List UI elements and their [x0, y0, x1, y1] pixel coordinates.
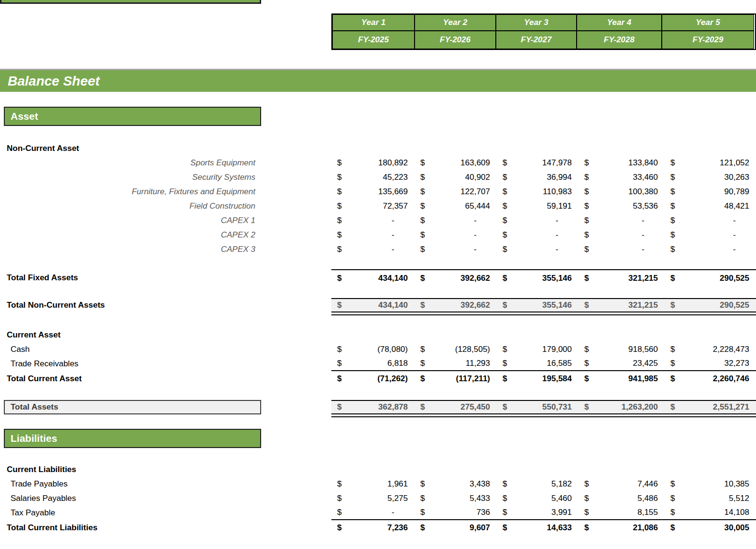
value-cell[interactable]: $5,433: [415, 491, 497, 506]
value-cell[interactable]: $-: [497, 242, 579, 257]
value-cell[interactable]: $100,380: [579, 185, 665, 199]
value-cell[interactable]: $1,263,200: [579, 400, 665, 414]
value-cell[interactable]: $23,425: [579, 357, 665, 371]
row-label-cell[interactable]: Trade Payables: [0, 477, 331, 491]
value-cell[interactable]: [415, 462, 497, 477]
value-cell[interactable]: $135,669: [331, 185, 415, 199]
value-cell[interactable]: $-: [331, 213, 415, 228]
value-cell[interactable]: [497, 328, 579, 342]
value-cell[interactable]: [579, 462, 665, 477]
fiscal-year-header-cell[interactable]: FY-2028: [577, 31, 662, 49]
fiscal-year-header-cell[interactable]: FY-2026: [415, 31, 496, 49]
value-cell[interactable]: $121,052: [665, 156, 756, 170]
fiscal-year-header-cell[interactable]: FY-2025: [332, 31, 415, 49]
value-cell[interactable]: $180,892: [331, 156, 415, 170]
value-cell[interactable]: $-: [579, 213, 665, 228]
value-cell[interactable]: $133,840: [579, 156, 665, 170]
value-cell[interactable]: $1,961: [331, 477, 415, 491]
value-cell[interactable]: [331, 328, 415, 342]
value-cell[interactable]: [331, 462, 415, 477]
year-header-cell[interactable]: Year 3: [496, 14, 577, 31]
value-cell[interactable]: $-: [665, 228, 756, 242]
value-cell[interactable]: $122,707: [415, 185, 497, 199]
value-cell[interactable]: $14,633: [497, 520, 579, 536]
value-cell[interactable]: $918,560: [579, 342, 665, 357]
row-label-cell[interactable]: Security Systems: [0, 170, 331, 185]
value-cell[interactable]: $5,182: [497, 477, 579, 491]
fiscal-year-header-cell[interactable]: FY-2027: [496, 31, 577, 49]
year-header-cell[interactable]: Year 1: [332, 14, 415, 31]
value-cell[interactable]: $(128,505): [415, 342, 497, 357]
value-cell[interactable]: [579, 429, 665, 448]
value-cell[interactable]: $90,789: [665, 185, 756, 199]
value-cell[interactable]: $14,108: [665, 506, 756, 520]
value-cell[interactable]: $3,438: [415, 477, 497, 491]
row-label-cell[interactable]: Trade Receivables: [0, 357, 331, 371]
value-cell[interactable]: $550,731: [497, 400, 579, 414]
row-label-cell[interactable]: Sports Equipment: [0, 156, 331, 170]
value-cell[interactable]: $9,607: [415, 520, 497, 536]
row-label-cell[interactable]: Total Non-Current Assets: [0, 298, 331, 312]
year-header-cell[interactable]: Year 2: [415, 14, 496, 31]
value-cell[interactable]: $5,275: [331, 491, 415, 506]
value-cell[interactable]: $65,444: [415, 199, 497, 213]
row-label-cell[interactable]: Tax Payable: [0, 506, 331, 520]
year-header-cell[interactable]: Year 5: [662, 14, 754, 31]
row-label-cell[interactable]: CAPEX 3: [0, 242, 331, 257]
value-cell[interactable]: $7,236: [331, 520, 415, 536]
row-label-cell[interactable]: Total Current Asset: [0, 371, 331, 387]
value-cell[interactable]: $362,878: [331, 400, 415, 414]
value-cell[interactable]: $-: [665, 242, 756, 257]
value-cell[interactable]: $2,228,473: [665, 342, 756, 357]
value-cell[interactable]: $(78,080): [331, 342, 415, 357]
value-cell[interactable]: [331, 141, 415, 156]
value-cell[interactable]: $2,551,271: [665, 400, 756, 414]
value-cell[interactable]: $32,273: [665, 357, 756, 371]
value-cell[interactable]: $110,983: [497, 185, 579, 199]
value-cell[interactable]: $5,486: [579, 491, 665, 506]
value-cell[interactable]: [497, 141, 579, 156]
value-cell[interactable]: $8,155: [579, 506, 665, 520]
value-cell[interactable]: $434,140: [331, 298, 415, 312]
value-cell[interactable]: $195,584: [497, 371, 579, 387]
year-header-cell[interactable]: Year 4: [577, 14, 662, 31]
value-cell[interactable]: $179,000: [497, 342, 579, 357]
value-cell[interactable]: $45,223: [331, 170, 415, 185]
value-cell[interactable]: $(71,262): [331, 371, 415, 387]
value-cell[interactable]: $7,446: [579, 477, 665, 491]
value-cell[interactable]: $-: [665, 213, 756, 228]
value-cell[interactable]: $-: [497, 228, 579, 242]
value-cell[interactable]: [665, 141, 756, 156]
row-label-cell[interactable]: Total Fixed Assets: [0, 269, 331, 287]
value-cell[interactable]: $275,450: [415, 400, 497, 414]
value-cell[interactable]: $11,293: [415, 357, 497, 371]
value-cell[interactable]: $941,985: [579, 371, 665, 387]
value-cell[interactable]: $392,662: [415, 298, 497, 312]
value-cell[interactable]: $-: [415, 228, 497, 242]
value-cell[interactable]: $-: [331, 506, 415, 520]
value-cell[interactable]: [497, 462, 579, 477]
row-label-cell[interactable]: CAPEX 2: [0, 228, 331, 242]
row-label-cell[interactable]: Cash: [0, 342, 331, 357]
value-cell[interactable]: $-: [415, 213, 497, 228]
row-label-cell[interactable]: Total Assets: [4, 400, 261, 414]
value-cell[interactable]: $355,146: [497, 269, 579, 287]
value-cell[interactable]: $40,902: [415, 170, 497, 185]
value-cell[interactable]: [579, 141, 665, 156]
asset-section-header[interactable]: Asset: [4, 107, 261, 126]
value-cell[interactable]: $53,536: [579, 199, 665, 213]
value-cell[interactable]: [415, 328, 497, 342]
value-cell[interactable]: $21,086: [579, 520, 665, 536]
value-cell[interactable]: $5,512: [665, 491, 756, 506]
row-label-cell[interactable]: CAPEX 1: [0, 213, 331, 228]
value-cell[interactable]: $434,140: [331, 269, 415, 287]
value-cell[interactable]: $290,525: [665, 298, 756, 312]
row-label-cell[interactable]: Non-Current Asset: [0, 141, 331, 156]
value-cell[interactable]: [665, 462, 756, 477]
fiscal-year-header-cell[interactable]: FY-2029: [662, 31, 754, 49]
row-label-cell[interactable]: Salaries Payables: [0, 491, 331, 506]
value-cell[interactable]: $59,191: [497, 199, 579, 213]
value-cell[interactable]: $-: [415, 242, 497, 257]
value-cell[interactable]: [415, 429, 497, 448]
value-cell[interactable]: $48,421: [665, 199, 756, 213]
